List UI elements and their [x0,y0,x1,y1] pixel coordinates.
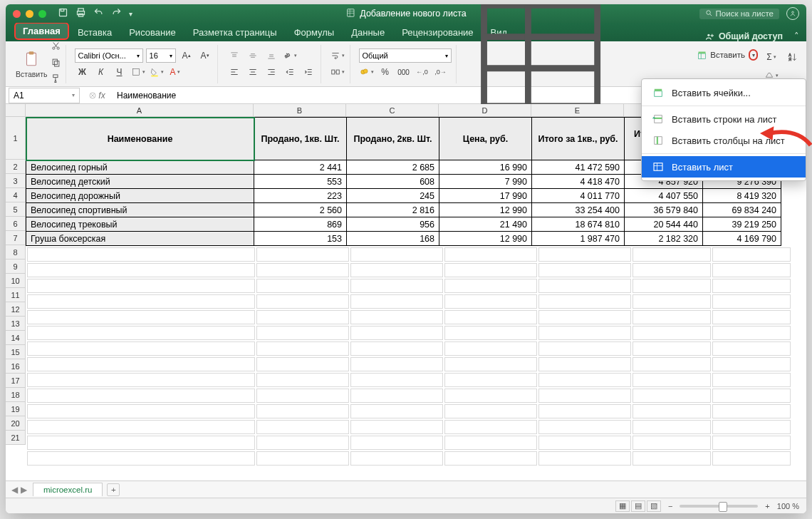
close-button[interactable] [13,10,21,18]
font-color-button[interactable]: А [167,65,183,79]
svg-line-10 [709,14,711,15]
titlebar: ▾ Добавление нового листа Поиск на листе [6,4,806,23]
decrease-indent-icon[interactable] [282,65,298,79]
menu-insert-sheet[interactable]: Вставить лист [642,156,806,178]
increase-font-icon[interactable]: A▴ [179,48,194,63]
menu-insert-cells[interactable]: Вставить ячейки... [642,82,806,103]
page-layout-view-icon[interactable]: ▤ [631,500,645,512]
zoom-slider[interactable] [680,505,758,508]
insert-cells-button[interactable]: Вставить [694,48,747,62]
svg-point-18 [57,47,59,49]
align-right-icon[interactable] [264,65,279,79]
save-icon[interactable] [58,7,68,20]
insert-dropdown-arrow[interactable]: ▾ [749,49,758,61]
italic-button[interactable]: К [93,65,109,79]
table-row: Груша боксерская15316812 9901 987 4702 1… [26,232,781,246]
name-box[interactable]: A1▾ [9,88,80,103]
increase-decimal-icon[interactable]: ←,0 [415,65,430,79]
print-icon[interactable] [76,7,86,20]
svg-rect-76 [657,137,658,145]
search-field[interactable]: Поиск на листе [699,9,779,19]
merge-cells-icon[interactable] [330,65,345,79]
orientation-icon[interactable]: ab [282,48,298,63]
svg-rect-5 [348,9,354,16]
sort-filter-icon[interactable]: АЯ [785,50,801,64]
thousands-icon[interactable]: 000 [396,65,412,79]
tab-insert[interactable]: Вставка [69,24,120,41]
search-icon [705,9,713,19]
svg-rect-1 [61,9,63,11]
svg-rect-66 [699,51,706,53]
zoom-in-button[interactable]: + [765,502,769,510]
svg-rect-52 [331,70,334,74]
copy-icon[interactable] [51,57,61,71]
decrease-decimal-icon[interactable]: ,0→ [433,65,449,79]
svg-point-11 [792,11,794,14]
zoom-out-button[interactable]: − [668,502,672,510]
number-format-selector[interactable]: Общий▾ [359,48,452,63]
view-buttons[interactable]: ▦ ▤ ▧ [615,500,661,512]
account-button[interactable] [786,7,799,20]
normal-view-icon[interactable]: ▦ [615,500,630,512]
tab-formulas[interactable]: Формулы [286,24,343,41]
add-sheet-button[interactable]: + [107,483,120,496]
maximize-button[interactable] [38,10,46,18]
svg-rect-71 [655,91,662,97]
table-row: Велосипед дорожный22324517 9904 011 7704… [26,189,781,203]
ribbon: Вставить Calibri (Осн...▾ 16▾ A▴ A▾ Ж К … [6,41,806,87]
paste-button[interactable]: Вставить [16,50,48,78]
fontsize-selector[interactable]: 16▾ [146,48,176,63]
align-center-icon[interactable] [245,65,261,79]
svg-point-9 [706,10,710,14]
select-all-corner[interactable] [6,104,26,117]
page-break-view-icon[interactable]: ▧ [647,500,661,512]
header-q1: Продано, 1кв. Шт. [254,118,347,160]
tab-pagelayout[interactable]: Разметка страницы [184,24,286,41]
fill-color-button[interactable] [149,65,165,79]
bold-button[interactable]: Ж [75,65,90,79]
svg-rect-53 [336,70,339,74]
collapse-ribbon-icon[interactable]: ˄ [787,31,806,41]
font-selector[interactable]: Calibri (Осн...▾ [75,48,143,63]
tab-home[interactable]: Главная [14,22,69,40]
undo-icon[interactable] [93,7,104,20]
sheet-tab[interactable]: microexcel.ru [33,483,103,496]
quick-access-toolbar: ▾ [58,7,132,20]
svg-rect-25 [151,76,157,77]
autosum-icon[interactable]: Σ [764,50,779,64]
tab-draw[interactable]: Рисование [120,24,184,41]
sheet-nav-prev-icon[interactable]: ◀ [11,485,18,495]
align-bottom-icon[interactable] [264,48,279,63]
currency-icon[interactable] [359,65,375,79]
tab-data[interactable]: Данные [343,24,393,41]
empty-cells[interactable] [26,246,792,467]
decrease-font-icon[interactable]: A▾ [197,48,213,63]
wrap-text-icon[interactable] [330,48,345,63]
minimize-button[interactable] [26,10,33,18]
format-painter-icon[interactable] [51,73,61,87]
table-row: Велосипед спортивный2 5602 81612 99033 2… [26,203,781,217]
fx-button[interactable]: fx [80,91,114,101]
svg-rect-74 [655,118,662,119]
svg-rect-72 [655,89,662,91]
svg-text:Я: Я [788,56,791,61]
align-middle-icon[interactable] [245,48,261,63]
sheet-nav-next-icon[interactable]: ▶ [21,485,27,495]
border-button[interactable] [130,65,146,79]
svg-rect-23 [53,75,57,78]
increase-indent-icon[interactable] [301,65,316,79]
redo-icon[interactable] [111,7,122,20]
header-price: Цена, руб. [439,118,532,160]
cut-icon[interactable] [51,41,61,54]
zoom-value[interactable]: 100 % [777,502,799,510]
svg-rect-65 [699,53,706,59]
underline-button[interactable]: Ч [112,65,127,79]
share-button[interactable]: Общий доступ [705,31,787,41]
percent-icon[interactable]: % [378,65,393,79]
annotation-arrow [759,120,812,152]
align-left-icon[interactable] [227,65,242,79]
qat-more-icon[interactable]: ▾ [129,10,132,18]
sheet-tab-bar: ◀ ▶ microexcel.ru + [6,481,806,498]
align-top-icon[interactable] [227,48,242,63]
row-headers[interactable]: 123456789101112131415161718192021 [6,117,26,445]
